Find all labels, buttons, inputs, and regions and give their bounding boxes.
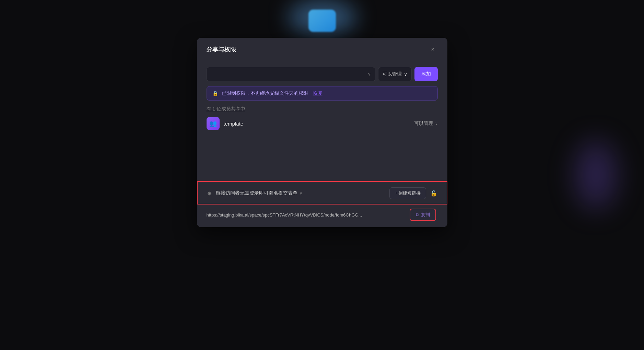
member-name: template <box>224 121 410 127</box>
public-link-row: ⊕ 链接访问者无需登录即可匿名提交表单 ∨ + 创建短链接 🔓 <box>197 181 447 205</box>
member-avatar: 👥 <box>207 117 220 130</box>
member-avatar-icon: 👥 <box>209 120 217 127</box>
dialog-title: 分享与权限 <box>207 46 236 54</box>
public-link-chevron-icon[interactable]: ∨ <box>300 191 302 196</box>
dialog-body: ∨ 可以管理 ∨ 添加 🔒 已限制权限，不再继承父级文件夹的权限 恢复 有 1 … <box>197 60 447 181</box>
add-member-row: ∨ 可以管理 ∨ 添加 <box>207 67 438 81</box>
share-permissions-dialog: 分享与权限 × ∨ 可以管理 ∨ 添加 🔒 已限制权限，不再继承父级文件夹的权限… <box>197 38 447 227</box>
copy-button-label: 复制 <box>421 212 430 218</box>
warning-banner: 🔒 已限制权限，不再继承父级文件夹的权限 恢复 <box>207 86 438 101</box>
dialog-header: 分享与权限 × <box>197 38 447 60</box>
member-search-input[interactable] <box>211 71 365 77</box>
warning-text: 已限制权限，不再继承父级文件夹的权限 <box>222 90 308 96</box>
member-input-wrap[interactable]: ∨ <box>207 67 375 81</box>
members-count-label: 有 1 位成员共享中 <box>207 106 438 112</box>
add-member-button[interactable]: 添加 <box>414 67 438 81</box>
member-permission-chevron: ∨ <box>435 121 438 126</box>
top-icon <box>308 10 336 32</box>
member-permission-dropdown[interactable]: 可以管理 ∨ <box>414 120 438 127</box>
create-short-link-button[interactable]: + 创建短链接 <box>389 187 426 199</box>
close-button[interactable]: × <box>428 45 438 54</box>
lock-icon: 🔒 <box>212 91 218 96</box>
member-item: 👥 template 可以管理 ∨ <box>207 117 438 130</box>
content-spacer <box>207 133 438 181</box>
globe-icon: ⊕ <box>207 190 212 197</box>
url-row: https://staging.bika.ai/space/spcSTFr7Ac… <box>207 205 438 227</box>
member-permission-label: 可以管理 <box>414 120 433 127</box>
copy-button[interactable]: ⧉ 复制 <box>410 209 436 221</box>
public-link-label: 链接访问者无需登录即可匿名提交表单 ∨ <box>216 190 386 196</box>
restore-link[interactable]: 恢复 <box>313 90 323 96</box>
permission-chevron-icon: ∨ <box>404 71 407 77</box>
permission-select[interactable]: 可以管理 ∨ <box>378 67 412 81</box>
lock-small-icon[interactable]: 🔓 <box>430 190 437 197</box>
permission-select-label: 可以管理 <box>383 71 402 77</box>
copy-icon: ⧉ <box>416 212 419 218</box>
dialog-footer: ⊕ 链接访问者无需登录即可匿名提交表单 ∨ + 创建短链接 🔓 https://… <box>197 181 447 227</box>
background-blob-right <box>575 141 617 209</box>
input-chevron-icon: ∨ <box>368 72 371 77</box>
share-url: https://staging.bika.ai/space/spcSTFr7Ac… <box>207 212 406 218</box>
